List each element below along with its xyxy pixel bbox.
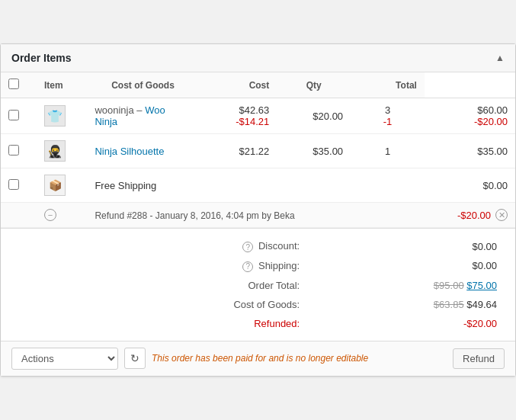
total-value: $60.00 <box>432 104 508 116</box>
table-row: 📦 Free Shipping $0.00 <box>1 168 515 203</box>
refund-minus-icon[interactable]: − <box>44 209 56 221</box>
panel-title: Order Items <box>11 52 72 64</box>
shipping-total-value: $0.00 <box>472 260 497 271</box>
shipping-label-cell: ? Shipping: <box>11 256 307 276</box>
col-header-total: Total <box>351 72 425 98</box>
qty-cell: 1 <box>351 134 425 168</box>
totals-section: ? Discount: $0.00 ? Shipping: $0.00 Orde <box>1 228 515 340</box>
cost-value: $35.00 <box>284 146 343 157</box>
refund-amount: -$20.00 <box>457 210 491 221</box>
qty-cell <box>351 168 425 203</box>
table-row: 👕 wooninja – Woo Ninja $42.63 -$14.21 $2… <box>1 98 515 134</box>
shirt-icon: 👕 <box>47 109 62 123</box>
refund-row: − Refund #288 - January 8, 2016, 4:04 pm… <box>1 203 515 228</box>
refund-close-icon[interactable]: ✕ <box>495 209 508 221</box>
refunded-row: Refunded: -$20.00 <box>11 314 505 333</box>
cost-cell: $20.00 <box>277 98 351 134</box>
qty-value: 1 <box>358 146 417 157</box>
row-checkbox[interactable] <box>8 110 19 120</box>
cost-cell: $35.00 <box>277 134 351 168</box>
cog-label-cell: Cost of Goods: <box>11 295 307 314</box>
col-header-qty: Qty <box>277 72 351 98</box>
order-items-panel: Order Items ▲ Item Cost of Goods Cost Qt… <box>0 43 516 376</box>
discount-label: Discount: <box>258 240 300 252</box>
shipping-help-icon[interactable]: ? <box>242 261 253 272</box>
cost-goods-cell: $21.22 <box>182 134 277 168</box>
order-total-value: $75.00 <box>466 280 497 291</box>
shipping-label: Free Shipping <box>95 180 156 191</box>
cog-label: Cost of Goods: <box>233 299 300 310</box>
total-cell: $35.00 <box>425 134 515 168</box>
cog-value: $49.64 <box>466 299 497 310</box>
order-total-label-cell: Order Total: <box>11 276 307 295</box>
shipping-value-cell: $0.00 <box>307 256 505 276</box>
shipping-thumb-cell: 📦 <box>37 168 87 203</box>
refunded-value: -$20.00 <box>463 318 497 329</box>
row-checkbox[interactable] <box>8 179 19 190</box>
collapse-icon[interactable]: ▲ <box>495 53 505 63</box>
discount-value: $0.00 <box>472 241 497 252</box>
item-dash: – <box>134 104 145 116</box>
row-checkbox-cell <box>1 134 37 168</box>
product-thumb-cell: 🥷 <box>37 134 87 168</box>
refund-empty-check <box>1 203 37 228</box>
refunded-value-cell: -$20.00 <box>307 314 505 333</box>
product-name-cell: wooninja – Woo Ninja <box>87 98 181 134</box>
qty-refund: -1 <box>358 116 417 127</box>
col-header-cost-goods: Cost of Goods <box>87 72 181 98</box>
cost-cell <box>277 168 351 203</box>
product-thumbnail: 🥷 <box>44 140 66 162</box>
refund-circle-cell: − <box>37 203 87 228</box>
qty-value: 3 <box>358 104 417 116</box>
panel-footer: Actions ↻ This order has been paid for a… <box>1 341 515 376</box>
footer-notice: This order has been paid for and is no l… <box>152 353 447 364</box>
cost-goods-value: $21.22 <box>190 146 269 157</box>
total-refund: -$20.00 <box>432 116 508 127</box>
col-header-checkbox <box>1 72 37 98</box>
select-all-checkbox[interactable] <box>8 79 19 89</box>
shipping-row: ? Shipping: $0.00 <box>11 256 505 276</box>
shipping-total-label: Shipping: <box>258 260 300 271</box>
table-row: 🥷 Ninja Silhouette $21.22 $35.00 1 $35.0… <box>1 134 515 168</box>
cost-of-goods-row: Cost of Goods: $63.85 $49.64 <box>11 295 505 314</box>
row-checkbox[interactable] <box>8 145 19 155</box>
discount-label-cell: ? Discount: <box>11 236 307 256</box>
actions-select[interactable]: Actions <box>11 348 118 370</box>
totals-table: ? Discount: $0.00 ? Shipping: $0.00 Orde <box>11 236 505 332</box>
refund-button[interactable]: Refund <box>453 348 505 369</box>
shipping-thumbnail: 📦 <box>44 175 66 196</box>
total-cell: $60.00 -$20.00 <box>425 98 515 134</box>
order-table: Item Cost of Goods Cost Qty Total 👕 <box>1 72 515 228</box>
product-thumb-cell: 👕 <box>37 98 87 134</box>
product-name-cell: Ninja Silhouette <box>87 134 181 168</box>
order-total-label: Order Total: <box>248 280 300 291</box>
shipping-icon: 📦 <box>49 179 62 191</box>
shipping-total-cell: $0.00 <box>425 168 515 203</box>
shipping-total-value: $0.00 <box>482 180 508 191</box>
col-header-item: Item <box>37 72 87 98</box>
shipping-name-cell: Free Shipping <box>87 168 181 203</box>
cost-goods-refund: -$14.21 <box>190 116 269 127</box>
order-total-row: Order Total: $95.00 $75.00 <box>11 276 505 295</box>
refunded-label-cell: Refunded: <box>11 314 307 333</box>
cost-goods-value: $42.63 <box>190 104 269 116</box>
cost-goods-cell <box>182 168 277 203</box>
discount-help-icon[interactable]: ? <box>242 242 253 252</box>
col-header-cost: Cost <box>182 72 277 98</box>
row-checkbox-cell <box>1 98 37 134</box>
discount-row: ? Discount: $0.00 <box>11 236 505 256</box>
refresh-button[interactable]: ↻ <box>124 348 146 369</box>
refund-description: Refund #288 - January 8, 2016, 4:04 pm b… <box>95 210 294 221</box>
order-total-value-cell: $95.00 $75.00 <box>307 276 505 295</box>
item-link[interactable]: Ninja Silhouette <box>95 146 164 157</box>
row-checkbox-cell <box>1 168 37 203</box>
product-thumbnail: 👕 <box>44 105 66 127</box>
ninja-icon: 🥷 <box>47 144 62 159</box>
order-total-strike: $95.00 <box>434 280 464 291</box>
refund-text-cell: Refund #288 - January 8, 2016, 4:04 pm b… <box>87 203 425 228</box>
cog-strike: $63.85 <box>434 299 464 310</box>
refund-amount-cell: -$20.00 ✕ <box>425 203 515 227</box>
cost-value: $20.00 <box>284 111 343 122</box>
refunded-label: Refunded: <box>254 318 300 329</box>
qty-cell: 3 -1 <box>351 98 425 134</box>
